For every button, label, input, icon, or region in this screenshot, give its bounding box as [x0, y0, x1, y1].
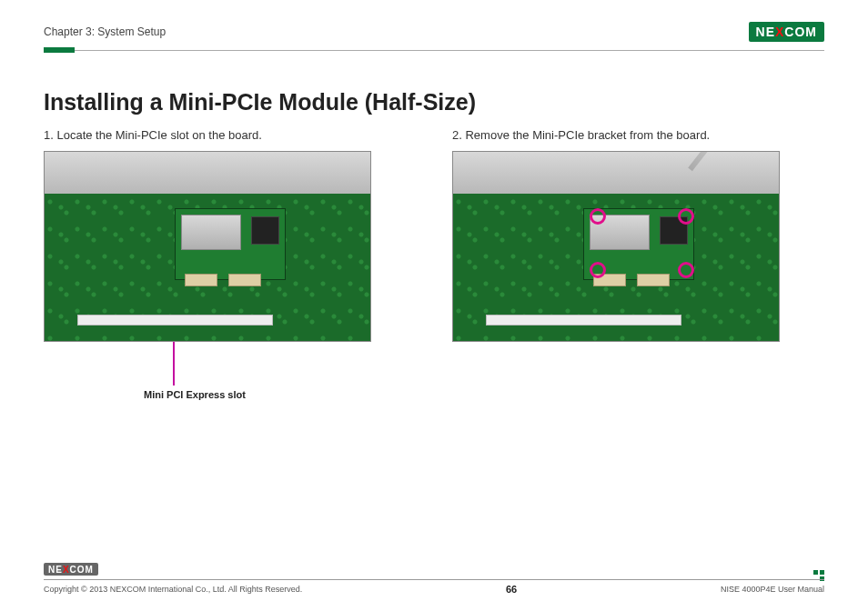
doc-name: NISE 4000P4E User Manual [721, 585, 824, 594]
callout-caption: Mini PCI Express slot [144, 389, 246, 400]
page-title: Installing a Mini-PCIe Module (Half-Size… [44, 89, 824, 115]
step-2-text: 2. Remove the Mini-PCIe bracket from the… [452, 128, 824, 142]
copyright-text: Copyright © 2013 NEXCOM International Co… [44, 585, 302, 594]
step-1-photo [44, 151, 371, 342]
screw-marker-icon [678, 262, 694, 278]
screw-marker-icon [590, 262, 606, 278]
step-2-photo [452, 151, 780, 342]
callout-leader [173, 342, 175, 386]
chapter-label: Chapter 3: System Setup [44, 25, 166, 38]
header-rule [44, 47, 824, 53]
brand-logo: NEXCOM [749, 22, 824, 42]
page-number: 66 [506, 584, 517, 595]
footer-logo: NEXCOM [44, 563, 98, 576]
step-1-text: 1. Locate the Mini-PCIe slot on the boar… [44, 128, 416, 142]
